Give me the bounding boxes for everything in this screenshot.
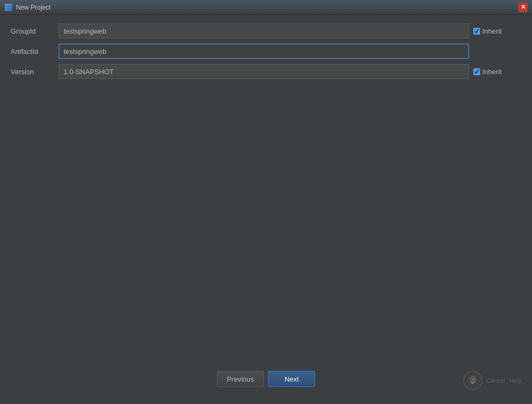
groupid-label: GroupId (11, 27, 59, 35)
version-inherit-checkbox[interactable] (473, 68, 480, 75)
version-inherit-wrapper: Inherit (473, 68, 521, 76)
version-row: Version Inherit (11, 64, 521, 79)
watermark-logo (463, 371, 482, 390)
title-bar: New Project ✕ (0, 0, 532, 15)
window-title: New Project (16, 4, 51, 11)
form-area: GroupId Inherit ArtifactId Version (11, 23, 521, 365)
version-input-wrapper (59, 64, 469, 79)
close-button[interactable]: ✕ (518, 3, 528, 12)
next-button[interactable]: Next (268, 371, 315, 387)
groupid-inherit-wrapper: Inherit (473, 27, 521, 35)
groupid-input-wrapper (59, 23, 469, 38)
version-label: Version (11, 68, 59, 76)
cancel-button-text: Cancel (487, 377, 505, 384)
artifactid-input[interactable] (59, 44, 469, 59)
previous-button[interactable]: Previous (217, 371, 264, 387)
watermark-area: Cancel Help (463, 371, 521, 390)
title-bar-left: New Project (4, 3, 51, 12)
groupid-inherit-label[interactable]: Inherit (482, 27, 502, 35)
help-button-text: Help (509, 377, 521, 384)
artifactid-row: ArtifactId (11, 44, 521, 59)
dialog-body: GroupId Inherit ArtifactId Version (0, 15, 532, 404)
artifactid-input-wrapper (59, 44, 469, 59)
window-icon (4, 3, 13, 12)
artifactid-label: ArtifactId (11, 47, 59, 56)
version-input[interactable] (59, 64, 469, 79)
groupid-row: GroupId Inherit (11, 23, 521, 38)
svg-point-1 (472, 378, 474, 381)
version-inherit-label[interactable]: Inherit (482, 68, 502, 76)
dialog-footer: Previous Next Cancel Help (11, 365, 521, 395)
groupid-input[interactable] (59, 23, 469, 38)
groupid-inherit-checkbox[interactable] (473, 28, 480, 35)
